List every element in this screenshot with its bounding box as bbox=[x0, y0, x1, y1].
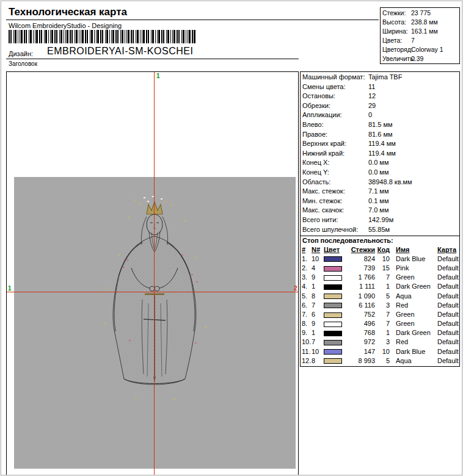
thread-color-swatch bbox=[324, 294, 342, 299]
row-thread-name: Red bbox=[392, 301, 436, 309]
row-needle: 1 bbox=[312, 329, 324, 336]
row-needle: 9 bbox=[312, 273, 324, 281]
machine-info-row: Обрезки: 29 bbox=[301, 101, 459, 111]
row-color-cell bbox=[324, 264, 346, 272]
row-needle: 7 bbox=[312, 301, 324, 309]
machine-info-row: Смены цвета: 11 bbox=[301, 82, 459, 92]
thread-color-swatch bbox=[324, 312, 342, 318]
row-color-cell bbox=[324, 255, 346, 262]
row-map: Default bbox=[436, 292, 461, 300]
row-map: Default bbox=[436, 255, 461, 262]
machine-info-label: Макс. стежок: bbox=[302, 187, 345, 197]
row-stitches: 768 bbox=[346, 329, 376, 336]
row-num: 9. bbox=[302, 329, 312, 336]
row-stitches: 8 993 bbox=[346, 357, 376, 364]
machine-info-label: Машинный формат: bbox=[302, 73, 365, 82]
row-thread-name: Dark Blue bbox=[392, 348, 436, 355]
row-color-cell bbox=[324, 348, 346, 355]
marker-left: 1 bbox=[8, 285, 12, 292]
machine-info-row: Всего нити: 142.99м bbox=[301, 215, 459, 225]
row-map: Default bbox=[436, 357, 461, 364]
machine-info-value: 0.1 мм bbox=[368, 197, 388, 206]
machine-info-row: Остановы: 12 bbox=[301, 92, 459, 101]
row-code: 15 bbox=[376, 264, 392, 272]
thread-color-swatch bbox=[324, 349, 342, 355]
design-divider bbox=[6, 59, 299, 59]
row-needle: 10 bbox=[312, 255, 324, 262]
machine-info-row: Область: 38948.8 кв.мм bbox=[301, 178, 459, 187]
stop-sequence-row: 11. 10 147 10 Dark Blue Default bbox=[301, 347, 459, 356]
row-color-cell bbox=[324, 357, 346, 364]
row-stitches: 147 bbox=[346, 348, 376, 355]
row-color-cell bbox=[324, 273, 346, 281]
row-thread-name: Red bbox=[392, 338, 436, 345]
row-code: 3 bbox=[376, 301, 392, 309]
row-stitches: 496 bbox=[346, 320, 376, 327]
row-map: Default bbox=[436, 348, 461, 355]
row-color-cell bbox=[324, 283, 346, 290]
row-map: Default bbox=[436, 329, 461, 336]
machine-info-value: 0.0 мм bbox=[368, 168, 388, 178]
design-name: EMBROIDERYAI-SM-KOSCHEI bbox=[47, 46, 193, 57]
row-needle: 10 bbox=[312, 348, 324, 355]
machine-info-row: Мин. стежок: 0.1 мм bbox=[301, 197, 459, 206]
row-stitches: 972 bbox=[346, 338, 376, 345]
app-name: Wilcom EmbroideryStudio - Designing bbox=[9, 22, 122, 29]
row-color-cell bbox=[324, 301, 346, 309]
row-color-cell bbox=[324, 320, 346, 327]
summary-value: 238.8 мм bbox=[411, 18, 438, 27]
stop-sequence-row: 6. 7 6 116 3 Red Default bbox=[301, 300, 459, 309]
machine-info-row: Верхних край: 119.4 мм bbox=[301, 139, 459, 149]
summary-value: 163.1 мм bbox=[411, 27, 438, 36]
row-thread-name: Pink bbox=[392, 264, 436, 272]
stop-sequence-title: Стоп последовательность: bbox=[301, 236, 459, 245]
stop-sequence-panel: Стоп последовательность: # N# Цвет Стежк… bbox=[300, 236, 460, 367]
design-summary-box: Стежки: 23 775 Высота: 238.8 мм Ширина: … bbox=[380, 7, 460, 64]
summary-row: Цвета: 7 bbox=[381, 36, 459, 45]
row-thread-name: Aqua bbox=[392, 357, 436, 364]
machine-info-value: Tajima TBF bbox=[368, 73, 402, 82]
col-num: # bbox=[302, 246, 312, 253]
subtitle-label: Заголовок bbox=[9, 60, 37, 67]
row-thread-name: Green bbox=[392, 273, 436, 281]
row-num: 10. bbox=[302, 338, 312, 345]
machine-info-label: Обрезки: bbox=[302, 101, 330, 111]
summary-label: Цвета: bbox=[382, 36, 402, 45]
machine-info-value: 11 bbox=[368, 82, 375, 92]
row-num: 1. bbox=[302, 255, 312, 262]
machine-info-value: 119.4 мм bbox=[368, 149, 396, 159]
col-color: Цвет bbox=[324, 246, 346, 253]
row-stitches: 752 bbox=[346, 311, 376, 318]
row-num: 8. bbox=[302, 320, 312, 327]
machine-info-label: Макс. скачок: bbox=[302, 206, 344, 215]
summary-value: 7 bbox=[411, 36, 415, 45]
row-color-cell bbox=[324, 292, 346, 300]
stop-sequence-row: 9. 1 768 1 Dark Green Default bbox=[301, 328, 459, 337]
embroidery-design-koschei bbox=[75, 196, 234, 403]
stop-sequence-row: 3. 9 1 766 7 Green Default bbox=[301, 273, 459, 282]
summary-row: Высота: 238.8 мм bbox=[381, 18, 459, 27]
row-map: Default bbox=[436, 301, 461, 309]
col-name: Имя bbox=[392, 246, 436, 253]
stop-sequence-row: 4. 1 1 111 1 Dark Green Default bbox=[301, 282, 459, 291]
row-code: 7 bbox=[376, 273, 392, 281]
row-code: 7 bbox=[376, 311, 392, 318]
machine-info-row: Макс. стежок: 7.1 мм bbox=[301, 187, 459, 197]
row-stitches: 824 bbox=[346, 255, 376, 262]
row-needle: 6 bbox=[312, 311, 324, 318]
machine-info-label: Правое: bbox=[302, 130, 327, 140]
page-title: Технологическая карта bbox=[9, 6, 127, 18]
row-map: Default bbox=[436, 338, 461, 345]
machine-info-row: Правое: 81.6 мм bbox=[301, 130, 459, 140]
row-num: 7. bbox=[302, 311, 312, 318]
machine-info-label: Аппликации: bbox=[302, 110, 342, 120]
row-thread-name: Dark Green bbox=[392, 283, 436, 290]
machine-info-value: 0.0 мм bbox=[368, 158, 388, 168]
summary-label: Высота: bbox=[382, 18, 406, 27]
row-needle: 8 bbox=[312, 292, 324, 300]
machine-info-row: Машинный формат: Tajima TBF bbox=[301, 73, 459, 82]
thread-color-swatch bbox=[324, 284, 342, 290]
row-num: 5. bbox=[302, 292, 312, 300]
row-needle: 4 bbox=[312, 264, 324, 272]
stop-sequence-row: 5. 8 1 090 5 Aqua Default bbox=[301, 291, 459, 300]
